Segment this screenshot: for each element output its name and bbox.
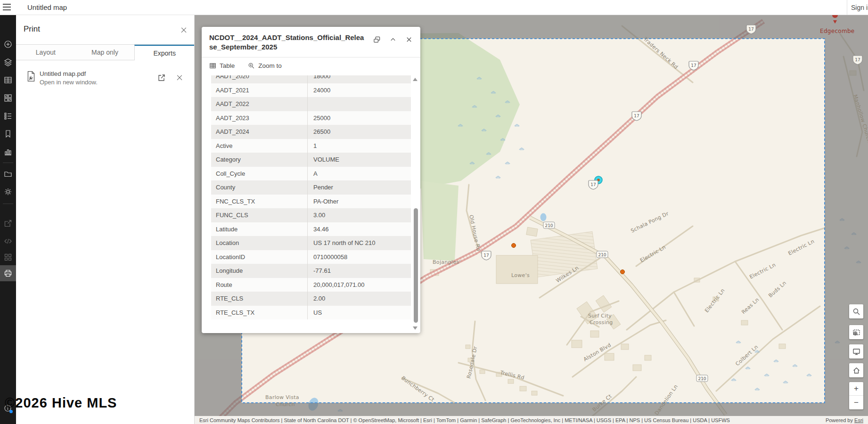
sidebar-item-save[interactable] xyxy=(0,166,16,182)
table-row: CategoryVOLUME xyxy=(211,153,411,167)
map-title: Untitled map xyxy=(27,3,67,11)
hive-mls-watermark: ©2026 Hive MLS xyxy=(5,395,117,411)
powered-by: Powered by Esri xyxy=(826,417,863,423)
tab-map-only[interactable]: Map only xyxy=(75,45,135,60)
sidebar-item-embed[interactable] xyxy=(0,233,16,249)
hamburger-menu-icon[interactable] xyxy=(3,4,11,11)
esri-link[interactable]: Esri xyxy=(854,417,863,423)
attributes-table[interactable]: AADT_202018000 AADT_202124000 AADT_2022 … xyxy=(211,75,411,325)
map-label: Lowe's xyxy=(511,272,530,278)
chevron-up-icon xyxy=(389,36,397,43)
route-shield: 17 xyxy=(590,182,596,187)
export-subtitle: Open in new window. xyxy=(40,79,98,86)
close-icon xyxy=(176,74,183,81)
top-bar: Untitled map Sign in xyxy=(0,0,868,15)
zoom-in-button[interactable]: + xyxy=(849,382,863,396)
table-row: Active1 xyxy=(211,139,411,153)
sidebar-item-basemap[interactable] xyxy=(0,90,16,106)
table-row: FUNC_CLS3.00 xyxy=(211,208,411,222)
route-shield: 17 xyxy=(748,27,753,32)
popup-header: NCDOT__2024_AADT_Stations_Official_Relea… xyxy=(202,27,420,56)
zoom-to-icon xyxy=(248,62,255,69)
table-row: FNC_CLS_TXPA-Other xyxy=(211,195,411,209)
table-icon xyxy=(209,62,216,69)
map-label: Church xyxy=(276,401,295,408)
export-filename: Untitled map.pdf xyxy=(40,70,86,77)
table-row: AADT_202018000 xyxy=(211,75,411,83)
embed-code-icon xyxy=(4,237,12,245)
expand-toolbar-button[interactable]: »» xyxy=(4,421,9,424)
sidebar-item-share[interactable] xyxy=(0,215,16,231)
table-row: RTE_CLS2.00 xyxy=(211,292,411,306)
scrollbar-thumb[interactable] xyxy=(414,208,418,323)
home-icon xyxy=(852,367,860,375)
sidebar-item-add[interactable] xyxy=(0,36,16,52)
table-row: Route20,000,017,071.00 xyxy=(211,278,411,292)
print-panel: Print Layout Map only Exports Untitled m… xyxy=(16,15,195,424)
collapse-button[interactable] xyxy=(386,33,400,46)
table-action-label: Table xyxy=(220,62,235,69)
gear-icon xyxy=(4,188,12,196)
attribution-text: Esri Community Maps Contributors | State… xyxy=(199,417,730,423)
open-in-new-icon xyxy=(157,73,166,82)
table-action-button[interactable]: Table xyxy=(209,62,235,69)
scroll-up-arrow-icon[interactable] xyxy=(413,78,418,81)
table-row: Coll_CycleA xyxy=(211,167,411,181)
aadt-station-dot[interactable] xyxy=(621,270,625,274)
sidebar-item-tables[interactable] xyxy=(0,72,16,88)
divider xyxy=(3,163,13,163)
bookmarks-icon xyxy=(4,130,12,138)
popup-close-button[interactable] xyxy=(402,33,416,46)
tables-icon xyxy=(4,76,12,84)
dock-button[interactable] xyxy=(370,33,384,46)
map-label: Barlow Vista xyxy=(265,394,299,400)
charts-icon xyxy=(4,147,12,156)
close-icon xyxy=(180,26,188,34)
sidebar-item-bookmarks[interactable] xyxy=(0,126,16,142)
table-row: AADT_2022 xyxy=(211,97,411,111)
sidebar-item-print[interactable] xyxy=(0,265,16,281)
table-row: LocationUS 17 north of NC 210 xyxy=(211,236,411,250)
monitor-icon xyxy=(852,348,860,356)
divider xyxy=(3,204,13,204)
sign-in-button[interactable]: Sign in xyxy=(851,4,868,11)
remove-export-button[interactable] xyxy=(176,74,183,81)
zoom-to-action-button[interactable]: Zoom to xyxy=(248,62,282,69)
sidebar-item-charts[interactable] xyxy=(0,144,16,160)
map-label: Crossing xyxy=(590,319,613,326)
zoom-to-action-label: Zoom to xyxy=(258,62,282,69)
route-shield: 17 xyxy=(855,57,860,62)
map-fullscreen-button[interactable] xyxy=(849,344,863,359)
map-basemap-preview-button[interactable] xyxy=(849,325,863,339)
open-in-new-window-button[interactable] xyxy=(157,73,166,82)
tab-exports[interactable]: Exports xyxy=(134,45,194,60)
panel-close-button[interactable] xyxy=(180,26,188,34)
tab-layout[interactable]: Layout xyxy=(16,45,75,60)
panel-title: Print xyxy=(24,24,40,34)
pond xyxy=(540,213,547,221)
close-icon xyxy=(405,36,413,43)
export-list-item[interactable]: Untitled map.pdf Open in new window. xyxy=(16,69,194,90)
aadt-station-dot[interactable] xyxy=(512,244,516,248)
map-search-button[interactable] xyxy=(849,304,863,318)
popup-toolbar: Table Zoom to xyxy=(202,57,420,74)
sidebar-item-legend[interactable] xyxy=(0,108,16,124)
map-home-button[interactable] xyxy=(849,363,863,377)
route-shield: 17 xyxy=(691,63,696,68)
scroll-down-arrow-icon[interactable] xyxy=(413,326,418,330)
sidebar-item-settings[interactable] xyxy=(0,184,16,200)
apps-icon xyxy=(4,253,12,261)
popup-title: NCDOT__2024_AADT_Stations_Official_Relea… xyxy=(209,33,365,52)
route-shield: 210 xyxy=(545,223,553,228)
pdf-file-icon xyxy=(26,71,36,84)
zoom-control[interactable]: + − xyxy=(849,382,863,409)
zoom-out-button[interactable]: − xyxy=(849,396,863,409)
basemap-preview-icon xyxy=(852,328,860,336)
sidebar-item-apps[interactable] xyxy=(0,249,16,265)
table-row: AADT_202124000 xyxy=(211,83,411,98)
layers-icon xyxy=(4,58,12,66)
print-tabs: Layout Map only Exports xyxy=(16,44,194,60)
sidebar-item-layers[interactable] xyxy=(0,54,16,70)
map-label: Bojangles' xyxy=(433,259,461,265)
divider xyxy=(847,0,847,15)
